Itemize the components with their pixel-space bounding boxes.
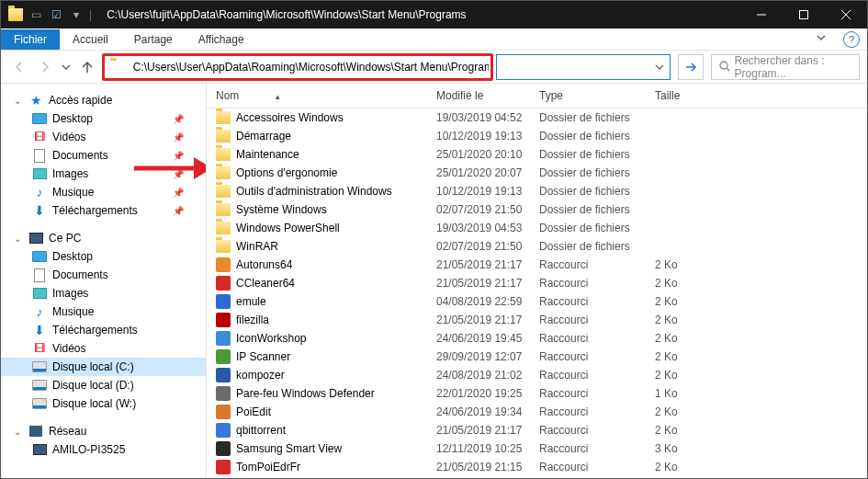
explorer-icon xyxy=(8,7,23,22)
file-row[interactable]: Démarrage10/12/2019 19:13Dossier de fich… xyxy=(207,127,867,145)
nav-network-header[interactable]: ⌄ Réseau xyxy=(1,422,206,440)
file-row[interactable]: CCleaner6421/05/2019 21:17Raccourci2 Ko xyxy=(207,274,867,292)
nav-item[interactable]: Images xyxy=(1,284,206,302)
address-dropdown[interactable] xyxy=(496,54,671,80)
file-row[interactable]: Options d'ergonomie25/01/2020 20:07Dossi… xyxy=(207,164,867,182)
file-row[interactable]: Système Windows02/07/2019 21:50Dossier d… xyxy=(207,200,867,219)
tab-share[interactable]: Partage xyxy=(121,29,186,50)
file-size: 3 Ko xyxy=(655,442,719,455)
nav-this-pc-label: Ce PC xyxy=(49,232,81,245)
star-icon: ★ xyxy=(28,93,43,108)
pin-icon: 📌 xyxy=(173,114,200,124)
minimize-button[interactable] xyxy=(740,1,783,29)
column-type[interactable]: Type xyxy=(530,84,646,108)
nav-item[interactable]: AMILO-PI3525 xyxy=(1,440,206,459)
nav-item[interactable]: Desktop xyxy=(1,247,206,266)
nav-item[interactable]: Disque local (C:) xyxy=(1,358,206,376)
ribbon-toggle[interactable] xyxy=(806,32,836,46)
nav-item[interactable]: Documents xyxy=(1,266,206,284)
nav-item[interactable]: 🎞Vidéos xyxy=(1,339,206,358)
close-button[interactable] xyxy=(825,1,867,29)
music-icon: ♪ xyxy=(32,304,47,319)
file-type: Dossier de fichiers xyxy=(539,185,655,198)
nav-item[interactable]: Documents📌 xyxy=(1,146,206,165)
maximize-button[interactable] xyxy=(783,1,825,29)
search-box[interactable]: Rechercher dans : Program... xyxy=(711,54,860,80)
file-modified: 19/03/2019 04:52 xyxy=(436,111,539,124)
file-size: 2 Ko xyxy=(655,424,719,437)
nav-item[interactable]: ⬇Téléchargements📌 xyxy=(1,201,206,220)
file-name: filezilla xyxy=(236,314,269,326)
nav-item-label: Desktop xyxy=(52,250,93,263)
column-headers: Nom▴ Modifié le Type Taille xyxy=(207,84,867,108)
navigation-pane[interactable]: ⌄ ★ Accès rapide Desktop📌🎞Vidéos📌Documen… xyxy=(1,84,207,478)
nav-item[interactable]: Desktop📌 xyxy=(1,109,206,128)
tab-view[interactable]: Affichage xyxy=(186,29,257,50)
app-icon xyxy=(216,294,231,309)
file-type: Raccourci xyxy=(539,369,655,382)
help-button[interactable]: ? xyxy=(843,31,860,48)
nav-forward-button[interactable] xyxy=(34,56,56,78)
qa-props-icon[interactable]: ▭ xyxy=(28,7,43,22)
video-icon: 🎞 xyxy=(32,341,47,356)
folder-icon xyxy=(216,185,231,198)
file-row[interactable]: IconWorkshop24/06/2019 19:45Raccourci2 K… xyxy=(207,329,867,348)
file-row[interactable]: Windows PowerShell19/03/2019 04:53Dossie… xyxy=(207,219,867,237)
folder-icon xyxy=(110,61,126,74)
file-row[interactable]: Accessoires Windows19/03/2019 04:52Dossi… xyxy=(207,108,867,127)
file-size: 2 Ko xyxy=(655,405,719,418)
file-name: qbittorrent xyxy=(236,424,286,437)
nav-item[interactable]: ♪Musique xyxy=(1,302,206,321)
nav-item[interactable]: ⬇Téléchargements xyxy=(1,321,206,339)
file-name: Autoruns64 xyxy=(236,258,292,271)
file-size: 2 Ko xyxy=(655,258,719,271)
file-row[interactable]: filezilla21/05/2019 21:17Raccourci2 Ko xyxy=(207,311,867,329)
file-list-pane[interactable]: Nom▴ Modifié le Type Taille Accessoires … xyxy=(207,84,867,478)
file-row[interactable]: kompozer24/08/2019 21:02Raccourci2 Ko xyxy=(207,366,867,384)
nav-item[interactable]: 🎞Vidéos📌 xyxy=(1,128,206,146)
tab-home[interactable]: Accueil xyxy=(60,29,121,50)
nav-item[interactable]: Disque local (W:) xyxy=(1,394,206,413)
address-go-button[interactable] xyxy=(678,54,704,80)
tab-file[interactable]: Fichier xyxy=(1,29,60,50)
nav-item[interactable]: Images📌 xyxy=(1,165,206,183)
file-row[interactable]: UltraISO21/05/2019 21:17Raccourci2 Ko xyxy=(207,476,867,478)
column-modified[interactable]: Modifié le xyxy=(427,84,530,108)
file-row[interactable]: TomPoiEdrFr21/05/2019 21:15Raccourci2 Ko xyxy=(207,458,867,476)
file-row[interactable]: IP Scanner29/09/2019 12:07Raccourci2 Ko xyxy=(207,348,867,366)
file-row[interactable]: qbittorrent21/05/2019 21:17Raccourci2 Ko xyxy=(207,421,867,439)
svg-rect-1 xyxy=(800,11,808,19)
nav-back-button[interactable] xyxy=(8,56,30,78)
app-icon xyxy=(216,349,231,364)
column-size[interactable]: Taille xyxy=(646,84,710,108)
address-input[interactable] xyxy=(131,57,490,77)
file-row[interactable]: Autoruns6421/05/2019 21:17Raccourci2 Ko xyxy=(207,256,867,274)
file-row[interactable]: Maintenance25/01/2020 20:10Dossier de fi… xyxy=(207,145,867,164)
nav-recent-button[interactable] xyxy=(60,56,73,78)
nav-item[interactable]: Disque local (D:) xyxy=(1,376,206,394)
nav-item[interactable]: ♪Musique📌 xyxy=(1,183,206,201)
file-row[interactable]: PoiEdit24/06/2019 19:34Raccourci2 Ko xyxy=(207,403,867,421)
file-row[interactable]: Outils d'administration Windows10/12/201… xyxy=(207,182,867,200)
qa-overflow-icon[interactable]: ▾ xyxy=(69,7,84,22)
file-row[interactable]: Pare-feu Windows Defender22/01/2020 19:2… xyxy=(207,384,867,403)
nav-item-label: Disque local (W:) xyxy=(52,397,136,410)
nav-item-label: Desktop xyxy=(52,112,93,125)
file-row[interactable]: WinRAR02/07/2019 21:50Dossier de fichier… xyxy=(207,237,867,256)
column-name[interactable]: Nom▴ xyxy=(207,84,427,108)
nav-up-button[interactable] xyxy=(76,56,98,78)
nav-quick-access-header[interactable]: ⌄ ★ Accès rapide xyxy=(1,91,206,109)
file-row[interactable]: Samsung Smart View12/11/2019 10:25Raccou… xyxy=(207,439,867,458)
nav-this-pc-header[interactable]: ⌄ Ce PC xyxy=(1,229,206,247)
file-type: Raccourci xyxy=(539,387,655,400)
file-type: Raccourci xyxy=(539,314,655,326)
chevron-down-icon: ⌄ xyxy=(14,234,23,244)
app-icon xyxy=(216,313,231,327)
qa-paste-icon[interactable]: ☑ xyxy=(49,7,63,22)
app-icon xyxy=(216,257,231,272)
arrow-up-icon xyxy=(80,60,95,74)
file-name: Accessoires Windows xyxy=(236,111,344,124)
dl-icon: ⬇ xyxy=(32,203,47,218)
content-area: ⌄ ★ Accès rapide Desktop📌🎞Vidéos📌Documen… xyxy=(1,84,867,478)
file-row[interactable]: emule04/08/2019 22:59Raccourci2 Ko xyxy=(207,292,867,311)
